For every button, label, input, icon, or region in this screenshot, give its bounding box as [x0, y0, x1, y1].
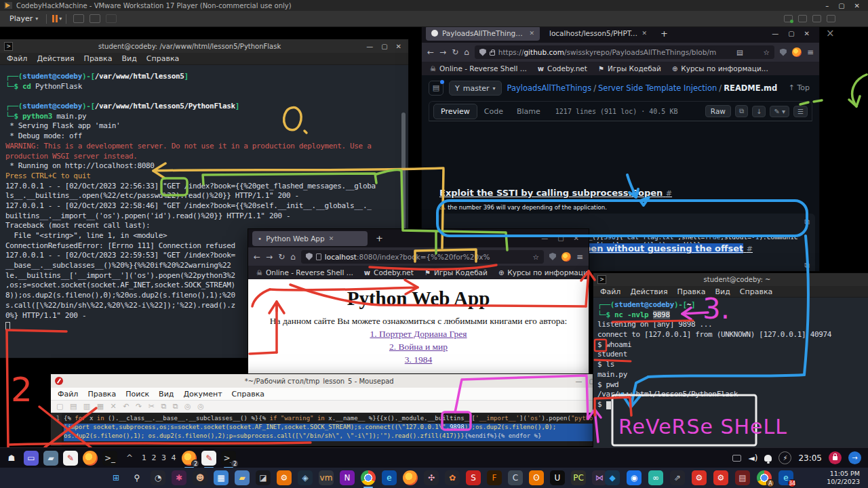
red-gear-app-1-icon[interactable]: ⚙	[692, 470, 707, 485]
edge-icon[interactable]: e	[382, 470, 397, 485]
adobe-f-icon[interactable]: F	[487, 470, 502, 485]
reload-icon[interactable]: ↻	[278, 252, 285, 262]
branch-selector[interactable]: Ymaster▾	[449, 81, 502, 96]
home-icon[interactable]: ⌂	[464, 47, 469, 57]
breadcrumb-dir-link[interactable]: Server Side Template Injection	[598, 83, 717, 93]
menu-help[interactable]: Справка	[232, 390, 264, 399]
vmware-app-icon[interactable]: vm	[319, 470, 334, 485]
windows-clock[interactable]: 11:05 PM 10/2/2023	[827, 470, 860, 486]
stray-close-icon[interactable]: ×	[826, 27, 835, 39]
chevron-up-icon[interactable]: ^	[122, 451, 137, 466]
bookmark-reverse-shell[interactable]: ☠Online - Reverse Shell ...	[256, 268, 353, 277]
gauge-app-icon[interactable]: ◔	[151, 470, 165, 485]
tab-code[interactable]: Code	[477, 104, 510, 119]
fullscreen-icon[interactable]	[90, 14, 100, 23]
ctrl-alt-del-icon[interactable]	[73, 14, 84, 23]
forward-icon[interactable]: →	[266, 252, 273, 262]
fl-studio-icon[interactable]: ✿	[445, 470, 460, 485]
hamburger-menu-icon[interactable]: ≡	[807, 47, 814, 57]
minimize-icon[interactable]: —	[576, 378, 583, 385]
kali-menu-icon[interactable]: ☗	[4, 451, 19, 466]
book-link-1[interactable]: 1. Портрет Дориана Грея	[248, 329, 589, 340]
tab-close-icon[interactable]: ✕	[529, 30, 534, 37]
tab-payloadsallthethings[interactable]: PayloadsAllTheThings/Se✕	[426, 26, 540, 41]
menu-help[interactable]: Справка	[740, 287, 772, 296]
chrome-icon[interactable]	[361, 470, 376, 485]
copy-icon[interactable]: ⧉	[804, 218, 810, 226]
shield-icon[interactable]	[306, 253, 313, 260]
url-bar[interactable]: localhost:8080/index?book={%%20for%20x% …	[301, 250, 544, 264]
slack-icon[interactable]: ✱	[172, 470, 186, 485]
tab-python-web-app[interactable]: • Python Web App✕	[252, 231, 368, 246]
calendar-icon[interactable]: ▦	[214, 470, 229, 485]
firefox-icon[interactable]	[403, 470, 418, 485]
bookmark-star-icon[interactable]: ☆	[764, 48, 770, 56]
tab-blame[interactable]: Blame	[510, 104, 547, 119]
copy-icon[interactable]: ⧉	[735, 105, 748, 117]
vscode-icon[interactable]: ◆	[605, 470, 620, 485]
edge-downloads-icon[interactable]: e34	[778, 470, 793, 485]
firefox-account-icon[interactable]	[792, 47, 802, 57]
back-icon[interactable]: ←	[427, 47, 434, 57]
book-link-2[interactable]: 2. Война и мир	[248, 342, 589, 352]
darkred-app-icon[interactable]: ▤	[735, 470, 750, 485]
file-manager-icon[interactable]: ▰	[43, 451, 58, 466]
chrome-profile-icon[interactable]: A	[757, 470, 772, 485]
menu-file[interactable]: Файл	[7, 54, 27, 63]
sound-device-icon[interactable]	[827, 15, 835, 22]
bookmark-games[interactable]: ⚑Игры Кодебай	[425, 268, 488, 277]
workspace-icon[interactable]	[732, 455, 741, 462]
terminal-app-icon[interactable]: >_	[102, 451, 117, 466]
heading-subprocess-popen[interactable]: Exploit the SSTI by calling subprocess.P…	[439, 188, 672, 198]
firefox-account-icon[interactable]	[561, 252, 571, 262]
firefox-app-icon[interactable]	[83, 451, 98, 466]
menu-view[interactable]: Вид	[121, 54, 136, 63]
volume-icon[interactable]: ◄)	[748, 453, 757, 463]
adblock-extension-icon[interactable]	[780, 49, 787, 56]
bookmark-codeby[interactable]: wCodeby.net	[364, 268, 414, 277]
close-icon[interactable]: ✕	[396, 43, 401, 50]
book-link-3[interactable]: 3. 1984	[248, 354, 589, 365]
origami-app-icon[interactable]: ⇗	[670, 470, 685, 485]
breadcrumb-repo-link[interactable]: PayloadsAllTheThings	[507, 83, 592, 93]
new-tab-button[interactable]: +	[656, 28, 672, 39]
menu-search[interactable]: Поиск	[125, 390, 149, 399]
virtualbox-icon[interactable]: ◈	[298, 470, 313, 485]
menu-edit[interactable]: Правка	[84, 54, 113, 63]
close-icon[interactable]: ✕	[804, 30, 810, 37]
search-icon[interactable]: ⚲	[130, 470, 144, 485]
reader-icon[interactable]: ▤	[736, 48, 743, 56]
lock-screen-icon[interactable]	[829, 451, 842, 464]
menu-file[interactable]: Файл	[58, 390, 78, 399]
blender-icon[interactable]: ʘ	[529, 470, 544, 485]
scrollbar[interactable]	[401, 113, 406, 248]
url-bar[interactable]: https://github.com/swisskyrepo/PayloadsA…	[475, 45, 774, 59]
network-device-icon[interactable]	[784, 15, 793, 22]
minimize-icon[interactable]: —	[772, 30, 778, 37]
menu-actions[interactable]: Действия	[630, 287, 667, 296]
terminal-right-titlebar[interactable]: > student@codeby: ~	[593, 273, 868, 286]
bookmark-reverse-shell[interactable]: ☠Online - Reverse Shell ...	[430, 64, 527, 73]
cinema4d-icon[interactable]: C	[508, 470, 523, 485]
mousepad-editor[interactable]: 1 {% for x in ().__class__.__base__.__su…	[51, 413, 601, 446]
bookmark-codeby[interactable]: wCodeby.net	[538, 64, 587, 73]
tab-close-icon[interactable]: ✕	[329, 235, 334, 242]
menu-file[interactable]: Файл	[600, 287, 620, 296]
unreal-icon[interactable]: U	[550, 470, 565, 485]
portrait-app-icon[interactable]: ☻	[193, 470, 208, 485]
minimize-icon[interactable]: —	[366, 43, 373, 50]
terminal-left-titlebar[interactable]: > student@codeby: /var/www/html/lesson5/…	[0, 39, 408, 53]
bell-icon[interactable]	[764, 455, 772, 462]
bookmark-courses[interactable]: ⊕Курсы по информаци...	[672, 64, 768, 73]
vm-clock[interactable]: 23:05	[798, 453, 822, 463]
mousepad-app-icon[interactable]: ✎	[63, 451, 78, 466]
copy-icon[interactable]: ⧉	[804, 261, 810, 270]
vmware-maximize-button[interactable]: ▢	[838, 2, 844, 9]
download-icon[interactable]: ↓	[752, 106, 766, 117]
mousepad-toolbar-icons[interactable]: ▢ ▤ ▥ ▦ ✕ ↶ ↷ ✂ ⧉ ⧉ ◎ ◎	[51, 401, 601, 413]
bookmark-games[interactable]: ⚑Игры Кодебай	[598, 64, 661, 73]
close-icon[interactable]: ✕	[574, 235, 579, 242]
disk-device-icon[interactable]	[798, 15, 807, 22]
tab-close-icon[interactable]: ✕	[642, 30, 647, 37]
outline-icon[interactable]: ☰	[793, 106, 808, 117]
